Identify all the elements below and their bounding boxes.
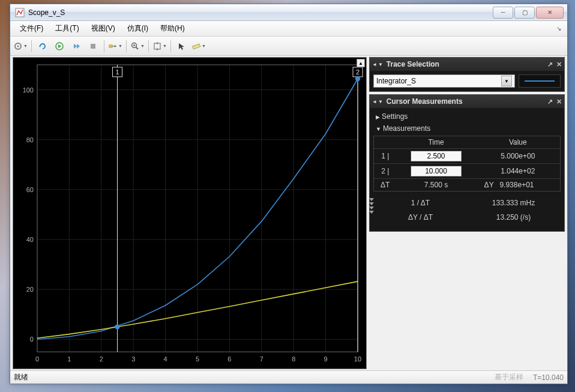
- menu-view[interactable]: 视图(V): [85, 22, 121, 35]
- svg-text:8: 8: [292, 355, 295, 363]
- measurements-section[interactable]: ▼Measurements: [370, 122, 564, 134]
- svg-text:0: 0: [30, 336, 34, 343]
- slope-value: 13.250 (/s): [468, 211, 559, 224]
- close-button[interactable]: ✕: [536, 7, 564, 19]
- chevron-down-icon: ▼: [501, 76, 512, 86]
- cursor1-time-input[interactable]: 2.500: [411, 151, 462, 161]
- svg-text:7: 7: [260, 355, 263, 363]
- svg-text:60: 60: [26, 186, 34, 193]
- svg-point-2: [17, 45, 19, 47]
- time-header: Time: [396, 136, 475, 149]
- svg-text:4: 4: [164, 355, 167, 363]
- svg-text:80: 80: [26, 136, 34, 143]
- svg-text:0: 0: [35, 355, 39, 363]
- cursor-measurements-panel: ◄ ▼ Cursor Measurements ↗ ✕ ▶Settings ▼M…: [369, 94, 565, 232]
- table-row: 1 | 2.500 5.000e+00: [374, 149, 561, 164]
- svg-marker-7: [77, 44, 80, 49]
- menu-file[interactable]: 文件(F): [14, 22, 49, 35]
- cursor-button[interactable]: [174, 39, 190, 53]
- collapse-icon: ◄: [372, 62, 377, 67]
- cursor2-value: 1.044e+02: [476, 164, 561, 179]
- run-button[interactable]: [52, 39, 67, 53]
- trace-color-swatch: [519, 74, 561, 88]
- app-icon: [15, 8, 25, 17]
- undock-icon[interactable]: ↗: [547, 61, 553, 68]
- plot-expand-icon[interactable]: ▲: [357, 59, 365, 67]
- svg-text:5: 5: [196, 355, 199, 363]
- status-text: 就绪: [14, 372, 28, 382]
- plot-panel[interactable]: ▲ 01234567891002040608010012: [13, 57, 367, 369]
- svg-text:3: 3: [131, 355, 135, 363]
- svg-marker-6: [74, 44, 77, 49]
- settings-button[interactable]: ▼: [13, 39, 28, 53]
- restart-button[interactable]: [35, 39, 50, 53]
- delta-t-value: 7.500 s: [396, 179, 475, 191]
- scope-chart[interactable]: 01234567891002040608010012: [13, 58, 366, 369]
- statusbar: 就绪 基于采样 T=10.040: [10, 370, 567, 384]
- svg-marker-5: [58, 44, 61, 48]
- minimize-button[interactable]: ─: [493, 7, 513, 19]
- expand-icon: ▼: [378, 62, 383, 67]
- trace-selection-header[interactable]: ◄ ▼ Trace Selection ↗ ✕: [370, 58, 564, 71]
- menu-help[interactable]: 帮助(H): [154, 22, 191, 35]
- svg-text:2: 2: [356, 68, 360, 76]
- splitter-handle[interactable]: [369, 198, 374, 214]
- window-title: Scope_v_S: [28, 8, 493, 17]
- menu-tools[interactable]: 工具(T): [49, 22, 85, 35]
- status-sample: 基于采样: [495, 372, 523, 382]
- cursor-measurements-title: Cursor Measurements: [387, 97, 463, 106]
- menu-overflow-icon[interactable]: ↘: [556, 25, 561, 32]
- trace-dropdown[interactable]: Integrator_S ▼: [373, 74, 515, 88]
- panel-close-icon[interactable]: ✕: [556, 98, 562, 106]
- status-time: T=10.040: [533, 373, 564, 382]
- trace-dropdown-value: Integrator_S: [376, 77, 416, 85]
- svg-text:100: 100: [23, 86, 34, 94]
- inv-dt-value: 133.333 mHz: [468, 196, 559, 210]
- zoom-button[interactable]: ▼: [130, 39, 145, 53]
- svg-rect-9: [109, 45, 112, 47]
- signal-button[interactable]: ▼: [107, 39, 123, 53]
- svg-marker-10: [115, 45, 116, 47]
- menubar: 文件(F) 工具(T) 视图(V) 仿真(I) 帮助(H) ↘: [10, 21, 567, 37]
- measurements-footer: 1 / ΔT133.333 mHz ΔY / ΔT13.250 (/s): [373, 195, 561, 225]
- delta-y-value: 9.938e+01: [499, 181, 534, 189]
- svg-point-61: [355, 76, 360, 81]
- table-row: 2 | 10.000 1.044e+02: [374, 164, 561, 179]
- cursor-measurements-header[interactable]: ◄ ▼ Cursor Measurements ↗ ✕: [370, 95, 564, 108]
- step-button[interactable]: [68, 39, 84, 53]
- cursor2-time-input[interactable]: 10.000: [411, 166, 462, 176]
- maximize-button[interactable]: ▢: [514, 7, 535, 19]
- value-header: Value: [476, 136, 561, 149]
- table-row: ΔT 7.500 s ΔY 9.938e+01: [374, 179, 561, 191]
- svg-text:1: 1: [115, 68, 119, 76]
- trace-selection-title: Trace Selection: [387, 60, 439, 68]
- content-area: ▲ 01234567891002040608010012 ◄ ▼ Trace S…: [13, 57, 565, 369]
- svg-rect-18: [193, 44, 200, 49]
- undock-icon[interactable]: ↗: [547, 98, 553, 106]
- autoscale-button[interactable]: ▼: [152, 39, 167, 53]
- svg-line-12: [136, 47, 139, 49]
- titlebar[interactable]: Scope_v_S ─ ▢ ✕: [10, 4, 567, 21]
- stop-button[interactable]: [85, 39, 101, 53]
- toolbar: ▼ ▼ ▼ ▼ ▼: [10, 37, 567, 56]
- measure-button[interactable]: ▼: [191, 39, 206, 53]
- cursor1-value: 5.000e+00: [476, 149, 561, 164]
- trace-selection-panel: ◄ ▼ Trace Selection ↗ ✕ Integrator_S ▼: [369, 57, 565, 92]
- measurements-table: TimeValue 1 | 2.500 5.000e+00 2 | 10.000…: [373, 136, 561, 191]
- svg-text:2: 2: [100, 355, 103, 363]
- svg-text:1: 1: [67, 355, 71, 363]
- svg-marker-3: [39, 46, 41, 47]
- svg-text:20: 20: [26, 286, 34, 293]
- svg-text:6: 6: [227, 355, 231, 363]
- panel-close-icon[interactable]: ✕: [556, 61, 562, 68]
- svg-text:40: 40: [26, 236, 34, 243]
- settings-section[interactable]: ▶Settings: [370, 110, 564, 122]
- app-window: Scope_v_S ─ ▢ ✕ 文件(F) 工具(T) 视图(V) 仿真(I) …: [10, 4, 568, 384]
- expand-icon: ▼: [378, 99, 383, 104]
- svg-point-57: [115, 325, 120, 330]
- collapse-icon: ◄: [372, 99, 377, 104]
- svg-text:10: 10: [354, 355, 361, 363]
- svg-text:9: 9: [324, 355, 328, 363]
- menu-simulation[interactable]: 仿真(I): [121, 22, 154, 35]
- svg-rect-8: [91, 44, 95, 49]
